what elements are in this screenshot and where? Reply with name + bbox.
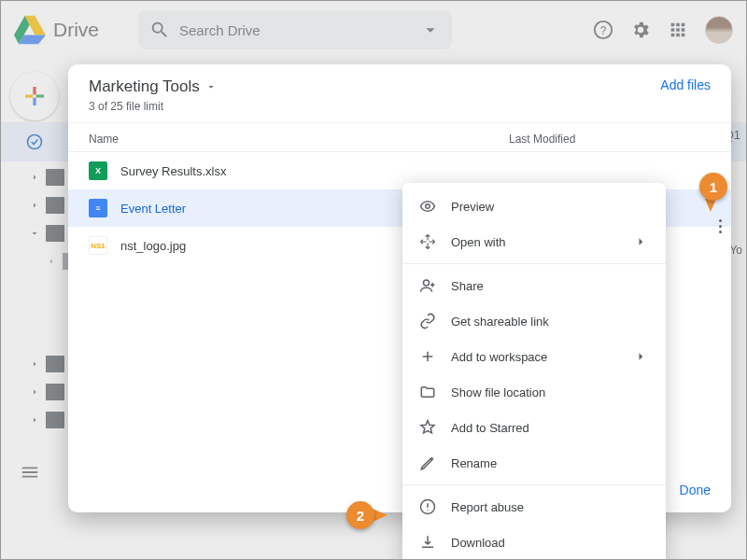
menu-separator xyxy=(402,263,666,264)
col-modified[interactable]: Last Modified xyxy=(509,133,575,146)
modal-subtitle: 3 of 25 file limit xyxy=(89,100,217,113)
chevron-right-icon xyxy=(29,172,40,183)
menu-item-show-file-location[interactable]: Show file location xyxy=(402,374,666,410)
file-type-icon: ≡ xyxy=(89,199,107,217)
file-type-icon: X xyxy=(89,161,107,180)
file-name: Survey Results.xlsx xyxy=(120,164,226,178)
avatar[interactable] xyxy=(705,16,733,44)
chevron-right-icon xyxy=(29,414,40,426)
drive-icon xyxy=(14,14,46,46)
gear-icon[interactable] xyxy=(630,20,651,40)
col-name[interactable]: Name xyxy=(89,133,509,146)
menu-label: Download xyxy=(451,536,505,550)
callout-2: 2 xyxy=(346,501,374,529)
plus-icon xyxy=(21,82,49,110)
chevron-down-icon xyxy=(29,228,40,239)
menu-label: Report abuse xyxy=(451,500,524,514)
menu-icon xyxy=(20,462,40,483)
link-icon xyxy=(419,313,436,329)
search-icon xyxy=(149,20,170,40)
chevron-right-icon xyxy=(29,386,40,398)
menu-item-get-shareable-link[interactable]: Get shareable link xyxy=(402,303,666,339)
help-icon[interactable]: ? xyxy=(593,20,613,40)
folder-icon xyxy=(46,225,64,242)
menu-label: Add to Starred xyxy=(451,421,529,435)
svg-point-2 xyxy=(28,135,42,149)
svg-point-3 xyxy=(426,204,430,209)
svg-point-4 xyxy=(424,280,430,286)
folder-icon xyxy=(419,384,436,400)
check-circle-icon xyxy=(25,133,44,151)
folder-icon xyxy=(46,356,64,372)
menu-label: Add to workspace xyxy=(451,350,547,364)
menu-item-add-to-workspace[interactable]: Add to workspace xyxy=(402,339,666,374)
callout-1-tail xyxy=(705,199,716,212)
menu-item-rename[interactable]: Rename xyxy=(402,445,666,481)
chevron-right-icon xyxy=(29,200,40,211)
menu-label: Share xyxy=(451,279,484,293)
modal-title-row[interactable]: Marketing Tools xyxy=(89,77,217,96)
search-box[interactable]: Search Drive xyxy=(138,10,452,49)
add-files-button[interactable]: Add files xyxy=(660,77,711,92)
drive-logo[interactable]: Drive xyxy=(14,14,99,46)
header-actions: ? xyxy=(593,16,733,44)
file-type-icon: NS1 xyxy=(89,236,107,255)
menu-label: Preview xyxy=(451,200,494,214)
chevron-right-icon xyxy=(29,358,40,370)
menu-label: Open with xyxy=(451,235,506,249)
menu-label: Get shareable link xyxy=(451,315,549,329)
folder-icon xyxy=(46,412,64,428)
apps-icon[interactable] xyxy=(668,20,688,40)
download-icon xyxy=(419,534,436,551)
bg-side-text: Yo xyxy=(729,244,742,257)
menu-separator xyxy=(402,484,666,485)
new-button[interactable] xyxy=(10,72,59,120)
app-header: Drive Search Drive ? xyxy=(1,1,746,59)
folder-icon xyxy=(46,169,64,186)
svg-text:?: ? xyxy=(600,24,607,37)
more-actions-button[interactable] xyxy=(719,219,722,233)
menu-button[interactable] xyxy=(20,462,40,486)
menu-item-open-with[interactable]: Open with xyxy=(402,224,666,259)
menu-item-report-abuse[interactable]: Report abuse xyxy=(402,489,666,525)
callout-2-tail xyxy=(373,509,388,522)
menu-item-share[interactable]: Share xyxy=(402,268,666,303)
menu-item-add-to-starred[interactable]: Add to Starred xyxy=(402,410,666,445)
modal-title: Marketing Tools xyxy=(89,77,200,96)
chevron-right-icon xyxy=(632,233,649,250)
file-name: Event Letter xyxy=(120,202,186,216)
file-name: nst_logo.jpg xyxy=(120,239,186,253)
search-placeholder: Search Drive xyxy=(179,22,411,38)
dropdown-icon[interactable] xyxy=(420,20,441,40)
done-button[interactable]: Done xyxy=(680,483,711,497)
menu-item-preview[interactable]: Preview xyxy=(402,189,666,224)
menu-label: Rename xyxy=(451,456,497,470)
folder-icon xyxy=(46,197,64,214)
menu-item-download[interactable]: Download xyxy=(402,525,666,560)
plus-icon xyxy=(419,348,436,365)
modal-header: Marketing Tools 3 of 25 file limit Add f… xyxy=(68,64,731,122)
app-title: Drive xyxy=(53,19,99,41)
alert-icon xyxy=(419,498,436,515)
column-headers: Name Last Modified xyxy=(68,122,731,152)
folder-icon xyxy=(46,384,64,400)
menu-label: Show file location xyxy=(451,385,545,399)
person-add-icon xyxy=(419,277,436,294)
context-menu: PreviewOpen withShareGet shareable linkA… xyxy=(402,183,666,560)
pencil-icon xyxy=(419,455,436,471)
chevron-right-icon xyxy=(46,256,57,267)
eye-icon xyxy=(419,198,436,215)
chevron-right-icon xyxy=(632,348,649,365)
dropdown-icon xyxy=(205,81,217,92)
move-icon xyxy=(419,233,436,250)
star-icon xyxy=(419,419,436,436)
callout-1: 1 xyxy=(699,173,727,201)
